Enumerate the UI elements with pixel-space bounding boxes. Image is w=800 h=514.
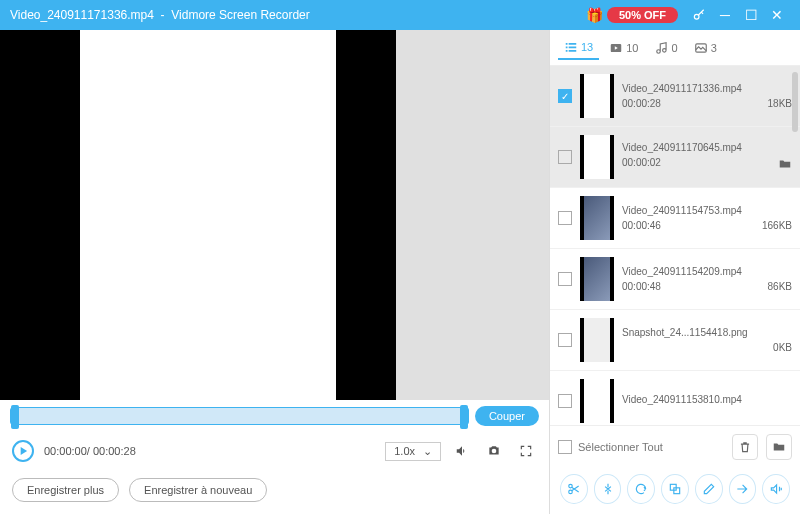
svg-point-0 <box>694 14 699 19</box>
item-checkbox[interactable]: ✓ <box>558 89 572 103</box>
preview-panel: Couper 00:00:00/ 00:00:28 1.0x⌄ Enregist… <box>0 30 550 514</box>
close-button[interactable]: ✕ <box>764 2 790 28</box>
play-button[interactable] <box>12 440 34 462</box>
sidebar: 13 10 0 3 ✓Video_240911171336.mp400:00:2… <box>550 30 800 514</box>
item-filename: Video_240911153810.mp4 <box>622 394 792 405</box>
item-filename: Video_240911154209.mp4 <box>622 266 792 277</box>
compress-tool-icon[interactable] <box>594 474 622 504</box>
minimize-button[interactable]: ─ <box>712 2 738 28</box>
item-size <box>778 157 792 173</box>
tab-image[interactable]: 3 <box>688 37 723 59</box>
item-thumbnail <box>580 257 614 301</box>
select-all[interactable]: Sélectionner Tout <box>558 440 724 454</box>
item-size: 86KB <box>768 281 792 292</box>
item-size: 18KB <box>768 98 792 109</box>
item-filename: Snapshot_24...1154418.png <box>622 327 792 338</box>
time-display: 00:00:00/ 00:00:28 <box>44 445 136 457</box>
list-item[interactable]: ✓Video_240911171336.mp400:00:2818KB <box>550 66 800 127</box>
file-list: ✓Video_240911171336.mp400:00:2818KBVideo… <box>550 66 800 425</box>
item-checkbox[interactable] <box>558 211 572 225</box>
trim-end-handle[interactable] <box>460 405 468 429</box>
volume-icon[interactable] <box>451 440 473 462</box>
item-thumbnail <box>580 318 614 362</box>
item-size: 0KB <box>773 342 792 353</box>
trim-tool-icon[interactable] <box>560 474 588 504</box>
promo-badge[interactable]: 50% OFF <box>607 7 678 23</box>
merge-tool-icon[interactable] <box>661 474 689 504</box>
delete-button[interactable] <box>732 434 758 460</box>
item-duration: 00:00:02 <box>622 157 661 173</box>
cut-button[interactable]: Couper <box>475 406 539 426</box>
item-thumbnail <box>580 196 614 240</box>
snapshot-icon[interactable] <box>483 440 505 462</box>
item-checkbox[interactable] <box>558 333 572 347</box>
item-duration: 00:00:28 <box>622 98 661 109</box>
edit-tool-icon[interactable] <box>695 474 723 504</box>
item-thumbnail <box>580 379 614 423</box>
list-item[interactable]: Snapshot_24...1154418.png0KB <box>550 310 800 371</box>
speed-selector[interactable]: 1.0x⌄ <box>385 442 441 461</box>
item-duration: 00:00:48 <box>622 281 661 292</box>
window-title: Video_240911171336.mp4 - Vidmore Screen … <box>10 8 586 22</box>
item-checkbox[interactable] <box>558 394 572 408</box>
item-duration: 00:00:46 <box>622 220 661 231</box>
select-all-checkbox[interactable] <box>558 440 572 454</box>
audio-tool-icon[interactable] <box>762 474 790 504</box>
trim-timeline[interactable] <box>10 407 469 425</box>
save-more-button[interactable]: Enregistrer plus <box>12 478 119 502</box>
trim-start-handle[interactable] <box>11 405 19 429</box>
share-tool-icon[interactable] <box>729 474 757 504</box>
item-thumbnail <box>580 74 614 118</box>
list-item[interactable]: Video_240911154753.mp400:00:46166KB <box>550 188 800 249</box>
item-thumbnail <box>580 135 614 179</box>
key-icon[interactable] <box>686 2 712 28</box>
scrollbar[interactable] <box>792 72 798 132</box>
list-item[interactable]: Video_240911153810.mp4 <box>550 371 800 425</box>
convert-tool-icon[interactable] <box>627 474 655 504</box>
item-checkbox[interactable] <box>558 150 572 164</box>
fullscreen-icon[interactable] <box>515 440 537 462</box>
tab-video[interactable]: 10 <box>603 37 644 59</box>
tab-audio[interactable]: 0 <box>649 37 684 59</box>
titlebar: Video_240911171336.mp4 - Vidmore Screen … <box>0 0 800 30</box>
maximize-button[interactable]: ☐ <box>738 2 764 28</box>
list-item[interactable]: Video_240911170645.mp400:00:02 <box>550 127 800 188</box>
folder-button[interactable] <box>766 434 792 460</box>
item-filename: Video_240911154753.mp4 <box>622 205 792 216</box>
save-again-button[interactable]: Enregistrer à nouveau <box>129 478 267 502</box>
tab-list[interactable]: 13 <box>558 36 599 60</box>
gift-icon[interactable]: 🎁 <box>586 7 603 23</box>
item-filename: Video_240911171336.mp4 <box>622 83 792 94</box>
list-item[interactable]: Video_240911154209.mp400:00:4886KB <box>550 249 800 310</box>
chevron-down-icon: ⌄ <box>423 445 432 458</box>
video-preview[interactable] <box>0 30 549 400</box>
item-filename: Video_240911170645.mp4 <box>622 142 792 153</box>
item-size: 166KB <box>762 220 792 231</box>
item-checkbox[interactable] <box>558 272 572 286</box>
